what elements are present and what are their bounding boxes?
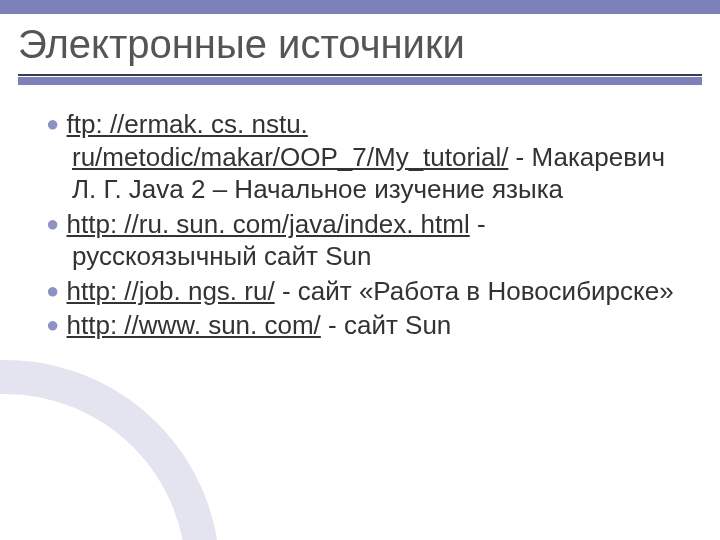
list-item: ● http: //www. sun. com/ - сайт Sun	[46, 309, 676, 342]
source-link[interactable]: http: //www. sun. com/	[67, 310, 321, 340]
list-item: ● http: //job. ngs. ru/ - сайт «Работа в…	[46, 275, 676, 308]
page-title: Электронные источники	[18, 22, 702, 66]
source-link[interactable]: http: //ru. sun. com/java/index. html	[67, 209, 470, 239]
top-accent-band	[0, 0, 720, 14]
list-item: ● ftp: //ermak. cs. nstu. ru/metodic/mak…	[46, 108, 676, 206]
source-link[interactable]: ftp: //ermak. cs. nstu. ru/metodic/makar…	[67, 109, 509, 172]
content-area: ● ftp: //ermak. cs. nstu. ru/metodic/mak…	[46, 108, 676, 344]
bullet-icon: ●	[46, 278, 59, 303]
list-item: ● http: //ru. sun. com/java/index. html …	[46, 208, 676, 273]
bullet-icon: ●	[46, 312, 59, 337]
source-link[interactable]: http: //job. ngs. ru/	[67, 276, 275, 306]
source-desc: - сайт «Работа в Новосибирске»	[275, 276, 674, 306]
title-underline	[18, 74, 702, 85]
source-desc: - сайт Sun	[321, 310, 451, 340]
bullet-icon: ●	[46, 211, 59, 236]
slide: Электронные источники ● ftp: //ermak. cs…	[0, 0, 720, 540]
bullet-icon: ●	[46, 111, 59, 136]
decorative-arc	[0, 360, 220, 540]
